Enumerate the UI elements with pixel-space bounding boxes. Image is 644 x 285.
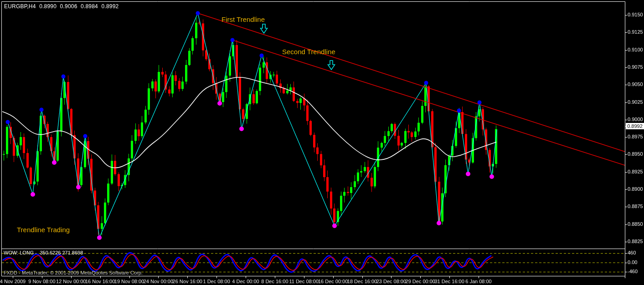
current-price-tag: 0.8992: [626, 123, 644, 129]
time-axis-label: 23 Dec 08:00: [376, 279, 406, 284]
price-axis-label: 0.8875: [628, 204, 643, 209]
time-axis-label: 29 Dec 00:00: [406, 279, 435, 284]
time-axis-label: 9 Nov 08:00: [28, 279, 55, 284]
time-axis-label: 12 Nov 00:00: [56, 279, 86, 284]
time-axis-label: 16 Nov 16:00: [85, 279, 115, 284]
chart-canvas[interactable]: [0, 0, 644, 285]
indicator-values: 350.6226 271.8698: [40, 250, 83, 255]
second-trendline-label[interactable]: Second Trendline: [282, 48, 335, 56]
time-axis-label: 16 Dec 00:00: [318, 279, 348, 284]
price-axis-label: 0.9150: [628, 12, 643, 17]
time-axis-label: 4 Nov 2009: [0, 279, 26, 284]
indicator-axis-label: 0.00: [628, 260, 637, 265]
price-axis-label: 0.9025: [628, 99, 643, 105]
indicator-label: WOW: LONG 350.6226 271.8698: [4, 250, 88, 255]
quote-open: 0.8990: [39, 3, 57, 10]
indicator-axis-label: -460: [628, 269, 638, 274]
time-axis-label: 26 Nov 16:00: [173, 279, 202, 284]
chart-window: { "window": { "bg": "#000000", "frame_co…: [0, 0, 644, 285]
price-axis-label: 0.9100: [628, 47, 643, 52]
symbol-ohlc-label: EURGBP,H4 0.8990 0.9006 0.8984 0.8992: [4, 3, 120, 10]
down-arrow-icon[interactable]: [260, 24, 268, 34]
price-axis-label: 0.9125: [628, 29, 643, 35]
price-axis-label: 0.8975: [628, 134, 643, 139]
price-axis-label: 0.8950: [628, 151, 643, 157]
down-arrow-icon[interactable]: [327, 60, 335, 70]
quote-high: 0.9006: [60, 3, 77, 10]
indicator-axis-label: 460: [628, 250, 636, 255]
time-axis-label: 6 Jan 08:00: [465, 279, 492, 284]
trendline-trading-label[interactable]: Trendline Trading: [17, 226, 70, 234]
first-trendline-label[interactable]: First Trendline: [222, 15, 265, 23]
price-axis-label: 0.8925: [628, 169, 643, 174]
quote-low: 0.8984: [81, 3, 98, 10]
price-axis-label: 0.9075: [628, 64, 643, 70]
time-axis-label: 24 Nov 00:00: [144, 279, 173, 284]
price-axis-label: 0.8850: [628, 221, 643, 227]
time-axis-label: 11 Dec 08:00: [289, 279, 319, 284]
price-axis-label: 0.9050: [628, 81, 643, 87]
time-axis-label: 31 Dec 16:00: [434, 279, 464, 284]
price-axis-label: 0.8825: [628, 239, 643, 244]
indicator-name: WOW: LONG: [4, 250, 34, 255]
time-axis-label: 1 Dec 08:00: [203, 279, 230, 284]
price-axis-label: 0.8900: [628, 186, 643, 192]
copyright-text: FXDD - MetaTrader, © 2001-2009 MetaQuote…: [4, 270, 143, 275]
time-axis-label: 4 Dec 00:00: [232, 279, 259, 284]
price-axis-label: 0.9000: [628, 117, 643, 122]
time-axis-label: 18 Dec 16:00: [347, 279, 377, 284]
time-axis-label: 19 Nov 08:00: [114, 279, 144, 284]
time-axis-label: 8 Dec 16:00: [261, 279, 288, 284]
quote-close: 0.8992: [102, 3, 119, 10]
symbol-period: EURGBP,H4: [4, 3, 36, 10]
